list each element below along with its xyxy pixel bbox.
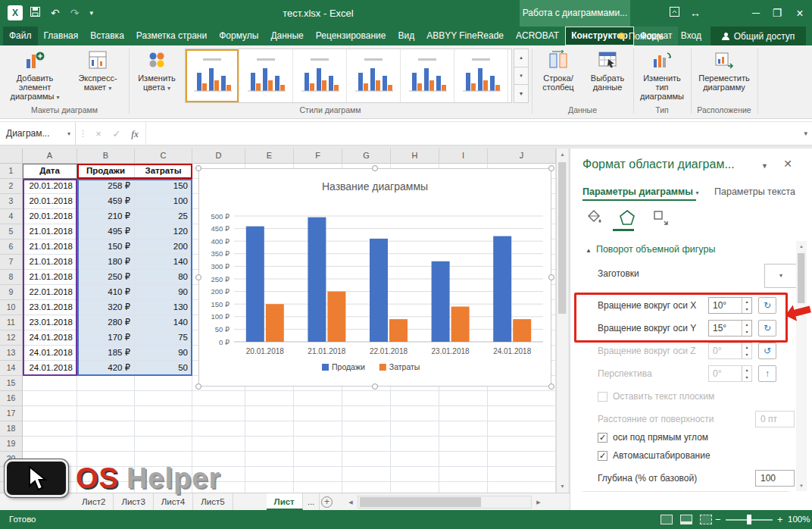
cell[interactable] [135, 376, 192, 391]
zoom-in-icon[interactable]: + [777, 510, 783, 529]
cell[interactable]: 258 ₽ [77, 179, 135, 194]
cell[interactable]: 20.01.2018 [23, 194, 77, 209]
ribbon-tab-Файл[interactable]: Файл [3, 27, 38, 45]
column-header-J[interactable]: J [488, 149, 556, 164]
cancel-icon[interactable]: × [91, 122, 106, 146]
normal-view-icon[interactable] [661, 515, 673, 524]
cell[interactable] [245, 421, 294, 437]
cell[interactable]: Продажи [77, 164, 135, 179]
cell[interactable]: 320 ₽ [77, 300, 135, 315]
minimize-button[interactable]: ─ [745, 0, 767, 27]
cell[interactable] [488, 467, 556, 482]
row-header-7[interactable]: 7 [0, 255, 23, 270]
cell[interactable] [342, 467, 391, 482]
gallery-scroll-down-icon[interactable]: ▾ [514, 67, 529, 86]
page-layout-view-icon[interactable] [680, 515, 692, 524]
cell[interactable] [391, 421, 439, 437]
cell[interactable] [342, 406, 391, 421]
cell[interactable]: 150 ₽ [77, 239, 135, 255]
ribbon-tab-ABBYY FineReade[interactable]: ABBYY FineReade [420, 27, 510, 45]
ribbon-tab-Разметка страни[interactable]: Разметка страни [130, 27, 213, 45]
cell[interactable] [342, 391, 391, 406]
chart-resize-handle[interactable] [195, 165, 201, 171]
cell[interactable] [135, 421, 192, 437]
chart-resize-handle[interactable] [195, 274, 201, 280]
cell[interactable] [192, 421, 245, 437]
cell[interactable] [294, 482, 342, 493]
cell[interactable] [23, 421, 77, 437]
cell[interactable] [439, 406, 488, 421]
size-properties-icon[interactable] [651, 208, 670, 227]
cell[interactable] [245, 391, 294, 406]
resize-arrows-icon[interactable]: ↔ [686, 0, 704, 27]
ribbon-tab-Рецензирование[interactable]: Рецензирование [310, 27, 392, 45]
scroll-up-icon[interactable]: ▲ [796, 241, 807, 252]
cell[interactable]: 22.01.2018 [23, 285, 77, 300]
column-header-A[interactable]: A [23, 149, 77, 164]
cell[interactable] [245, 452, 294, 467]
cell[interactable]: 180 ₽ [77, 255, 135, 270]
cell[interactable]: 495 ₽ [77, 224, 135, 239]
cell[interactable] [23, 437, 77, 452]
rotation-z-input[interactable]: 0° ▴▾ [708, 343, 752, 359]
zoom-level[interactable]: 100% [788, 510, 810, 529]
cell[interactable]: 120 [135, 224, 192, 239]
cell[interactable] [294, 467, 342, 482]
row-header-2[interactable]: 2 [0, 179, 23, 194]
pane-tab-chart-options[interactable]: Параметры диаграммы ▾ [582, 186, 699, 197]
pane-scrollbar[interactable]: ▲ ▼ [796, 241, 807, 491]
cell[interactable] [391, 452, 439, 467]
cell[interactable] [342, 482, 391, 493]
cell[interactable] [488, 437, 556, 452]
perspective-input[interactable]: 0° ▴▾ [708, 365, 752, 382]
sheet-tab-overflow[interactable]: ... [303, 493, 320, 510]
row-header-13[interactable]: 13 [0, 346, 23, 361]
cell[interactable]: 130 [135, 300, 192, 315]
cell[interactable] [488, 482, 556, 493]
chart-style-thumbnail[interactable] [239, 49, 293, 102]
keep-text-flat-checkbox[interactable]: Оставить текст плоским [598, 391, 714, 402]
cell[interactable] [391, 391, 439, 406]
cell[interactable]: 459 ₽ [77, 194, 135, 209]
quick-layout-button[interactable]: Экспресс-макет ▾ [70, 49, 126, 106]
change-chart-type-button[interactable]: Изменить тип диаграммы [636, 49, 688, 106]
cell[interactable]: 420 ₽ [77, 361, 135, 376]
zoom-slider-thumb[interactable] [747, 515, 751, 524]
rotate-z-button[interactable]: ↺ [758, 343, 776, 359]
cell[interactable]: 20.01.2018 [23, 179, 77, 194]
chart-style-thumbnail[interactable] [347, 49, 401, 102]
chart-resize-handle[interactable] [372, 165, 378, 171]
perspective-up-button[interactable]: ↑ [758, 365, 776, 382]
cell[interactable] [294, 406, 342, 421]
redo-icon[interactable]: ↷ [70, 0, 80, 27]
cell[interactable] [192, 437, 245, 452]
cell[interactable] [391, 406, 439, 421]
fill-line-icon[interactable] [584, 208, 604, 227]
move-chart-button[interactable]: Переместить диаграмму [694, 49, 754, 106]
ribbon-tab-Вставка[interactable]: Вставка [84, 27, 130, 45]
cell[interactable] [488, 452, 556, 467]
chart-resize-handle[interactable] [548, 274, 554, 280]
column-header-H[interactable]: H [391, 149, 439, 164]
spinner-arrows-icon[interactable]: ▴▾ [742, 343, 751, 358]
cell[interactable]: 24.01.2018 [23, 346, 77, 361]
cell[interactable] [23, 376, 77, 391]
cell[interactable] [391, 482, 439, 493]
cell[interactable]: 250 ₽ [77, 270, 135, 285]
chart-object[interactable]: Название диаграммы0 ₽50 ₽100 ₽150 ₽200 ₽… [198, 168, 551, 387]
cell[interactable] [192, 406, 245, 421]
cell[interactable] [245, 406, 294, 421]
cell[interactable]: 200 [135, 239, 192, 255]
ribbon-display-options-icon[interactable] [665, 0, 683, 27]
cell[interactable]: 90 [135, 346, 192, 361]
cell[interactable] [77, 376, 135, 391]
row-header-3[interactable]: 3 [0, 194, 23, 209]
cell[interactable] [294, 437, 342, 452]
column-header-G[interactable]: G [342, 149, 391, 164]
cell[interactable]: Дата [23, 164, 77, 179]
column-header-E[interactable]: E [245, 149, 294, 164]
column-header-I[interactable]: I [439, 149, 488, 164]
rotate-y-button[interactable]: ↻ [758, 320, 776, 336]
name-box[interactable]: Диаграм... ▾ [0, 122, 76, 146]
cell[interactable] [294, 391, 342, 406]
